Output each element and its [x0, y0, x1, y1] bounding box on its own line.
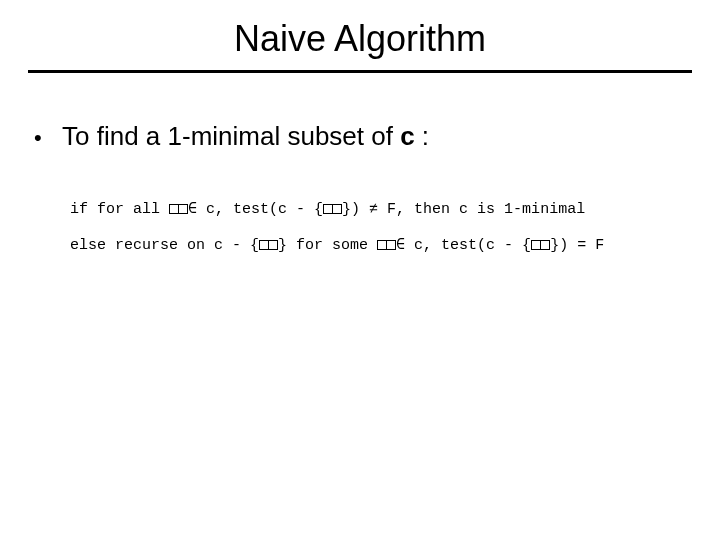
code-line-1: if for all ∈ c, test(c - {}) ≠ F, then c… [70, 192, 686, 228]
bullet-item: • To find a 1-minimal subset of c : [34, 121, 686, 152]
placeholder-glyph [268, 240, 278, 250]
placeholder-glyph [178, 204, 188, 214]
placeholder-glyph [540, 240, 550, 250]
code-text: } for some [278, 237, 377, 254]
code-text: }) ≠ F, then c is 1-minimal [342, 201, 585, 218]
placeholder-glyph [386, 240, 396, 250]
code-text: if for all [70, 201, 169, 218]
code-text: else recurse on c - { [70, 237, 259, 254]
slide: Naive Algorithm • To find a 1-minimal su… [0, 0, 720, 540]
bullet-suffix: : [415, 121, 429, 151]
code-text: }) = F [550, 237, 604, 254]
placeholder-glyph [332, 204, 342, 214]
code-text: c, test(c - { [197, 201, 323, 218]
code-line-2: else recurse on c - {} for some ∈ c, tes… [70, 228, 686, 264]
bullet-text: To find a 1-minimal subset of c : [62, 121, 429, 152]
bullet-var: c [400, 121, 414, 151]
bullet-prefix: To find a 1-minimal subset of [62, 121, 400, 151]
code-block: if for all ∈ c, test(c - {}) ≠ F, then c… [34, 192, 686, 264]
code-text: c, test(c - { [405, 237, 531, 254]
slide-title: Naive Algorithm [0, 0, 720, 70]
bullet-marker: • [34, 123, 62, 149]
slide-body: • To find a 1-minimal subset of c : if f… [0, 73, 720, 264]
